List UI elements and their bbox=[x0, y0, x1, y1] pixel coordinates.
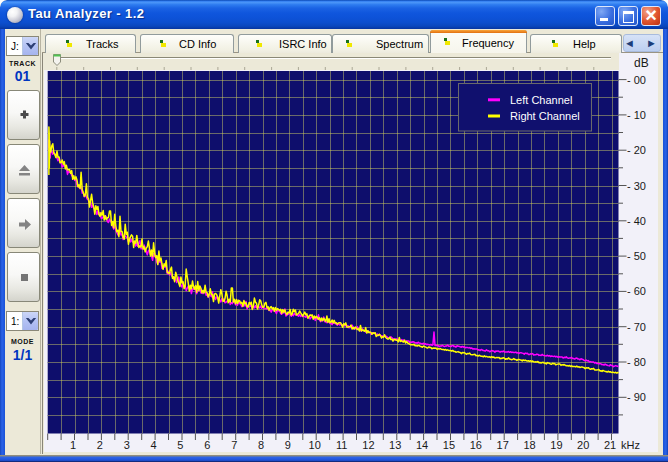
svg-text:7: 7 bbox=[231, 439, 237, 451]
svg-text:8: 8 bbox=[258, 439, 264, 451]
svg-text:- 80: - 80 bbox=[627, 356, 646, 368]
svg-text:- 60: - 60 bbox=[627, 285, 646, 297]
svg-text:- 90: - 90 bbox=[627, 391, 646, 403]
svg-text:5: 5 bbox=[177, 439, 183, 451]
svg-text:- 00: - 00 bbox=[627, 74, 646, 86]
svg-text:15: 15 bbox=[443, 439, 455, 451]
svg-text:20: 20 bbox=[577, 439, 589, 451]
svg-text:10: 10 bbox=[309, 439, 321, 451]
svg-text:Left Channel: Left Channel bbox=[510, 94, 572, 106]
svg-text:- 70: - 70 bbox=[627, 321, 646, 333]
svg-text:- 30: - 30 bbox=[627, 180, 646, 192]
svg-text:12: 12 bbox=[362, 439, 374, 451]
svg-text:- 40: - 40 bbox=[627, 215, 646, 227]
svg-text:21: 21 bbox=[604, 439, 616, 451]
svg-text:Right Channel: Right Channel bbox=[510, 110, 580, 122]
svg-text:3: 3 bbox=[124, 439, 130, 451]
svg-text:4: 4 bbox=[151, 439, 157, 451]
svg-text:9: 9 bbox=[285, 439, 291, 451]
svg-text:1: 1 bbox=[70, 439, 76, 451]
svg-text:2: 2 bbox=[97, 439, 103, 451]
svg-text:- 20: - 20 bbox=[627, 144, 646, 156]
svg-text:14: 14 bbox=[416, 439, 428, 451]
svg-text:11: 11 bbox=[336, 439, 347, 451]
svg-text:18: 18 bbox=[523, 439, 535, 451]
svg-text:- 50: - 50 bbox=[627, 250, 646, 262]
svg-text:dB: dB bbox=[634, 56, 649, 70]
svg-text:- 10: - 10 bbox=[627, 109, 646, 121]
svg-text:16: 16 bbox=[470, 439, 482, 451]
svg-text:6: 6 bbox=[204, 439, 210, 451]
svg-text:19: 19 bbox=[550, 439, 562, 451]
svg-text:13: 13 bbox=[389, 439, 401, 451]
svg-text:17: 17 bbox=[497, 439, 509, 451]
svg-text:kHz: kHz bbox=[621, 439, 640, 451]
